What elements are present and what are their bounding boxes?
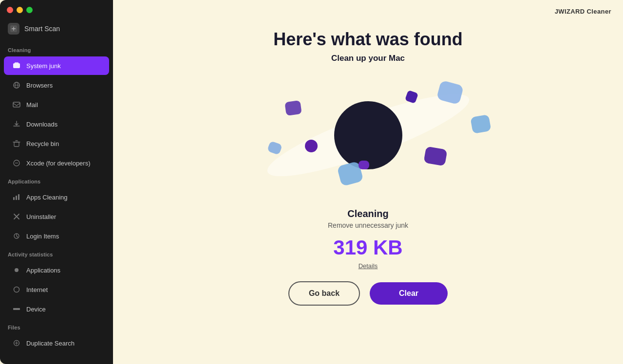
sidebar-item-uninstaller[interactable]: Uninstaller — [4, 207, 109, 226]
internet-icon — [12, 285, 21, 294]
close-button[interactable] — [7, 7, 13, 13]
apps-cleaning-icon — [12, 192, 21, 202]
duplicate-search-label: Duplicate Search — [26, 340, 75, 347]
svg-point-13 — [15, 268, 19, 272]
window-titlebar — [0, 0, 113, 18]
page-headline: Here's what was found — [273, 29, 463, 50]
sidebar-item-xcode[interactable]: Xcode (for developers) — [4, 154, 109, 172]
sidebar-item-apps-cleaning[interactable]: Apps Cleaning — [4, 188, 109, 206]
recycle-bin-icon — [12, 139, 21, 148]
planet-body — [334, 101, 402, 169]
block-8 — [267, 141, 283, 155]
section-files-label: Files — [0, 319, 113, 333]
svg-point-14 — [14, 287, 19, 292]
duplicate-search-icon — [12, 338, 21, 348]
block-3 — [470, 114, 491, 134]
svg-rect-9 — [13, 197, 15, 200]
page-subheadline: Clean up your Mac — [331, 54, 405, 63]
login-items-label: Login Items — [26, 233, 59, 240]
system-junk-icon — [12, 61, 21, 71]
section-cleaning-label: Cleaning — [0, 41, 113, 56]
xcode-label: Xcode (for developers) — [26, 160, 91, 167]
svg-rect-15 — [13, 308, 20, 310]
mail-icon — [12, 100, 21, 109]
svg-rect-10 — [16, 196, 17, 200]
recycle-bin-label: Recycle bin — [26, 140, 59, 147]
smart-scan-label: Smart Scan — [24, 25, 60, 33]
cleaning-label: Cleaning — [347, 208, 388, 219]
block-7 — [359, 161, 369, 169]
clear-button[interactable]: Clear — [370, 282, 448, 305]
action-buttons: Go back Clear — [288, 281, 448, 306]
sidebar-item-browsers[interactable]: Browsers — [4, 76, 109, 94]
cleaning-sub: Remove unnecessary junk — [328, 221, 408, 229]
details-link[interactable]: Details — [359, 262, 378, 270]
downloads-icon — [12, 119, 21, 129]
planet-illustration — [242, 72, 495, 199]
sidebar-item-applications[interactable]: Applications — [4, 261, 109, 279]
minimize-button[interactable] — [17, 7, 23, 13]
xcode-icon — [12, 158, 21, 168]
sidebar-item-system-junk[interactable]: System junk — [4, 56, 109, 75]
app-title: JWIZARD Cleaner — [555, 8, 611, 15]
uninstaller-label: Uninstaller — [26, 213, 56, 220]
downloads-label: Downloads — [26, 121, 57, 128]
maximize-button[interactable] — [26, 7, 33, 13]
sidebar-item-device[interactable]: Device — [4, 300, 109, 318]
block-4 — [423, 146, 447, 166]
sidebar-item-smart-scan[interactable]: Smart Scan — [0, 18, 113, 41]
sidebar-item-login-items[interactable]: Login Items — [4, 227, 109, 245]
sidebar: Smart Scan Cleaning System junk Browsers — [0, 0, 113, 364]
svg-rect-11 — [18, 194, 19, 200]
internet-label: Internet — [26, 286, 48, 293]
applications-icon — [12, 265, 21, 275]
browsers-label: Browsers — [26, 82, 53, 89]
block-9 — [284, 100, 302, 116]
sidebar-item-recycle-bin[interactable]: Recycle bin — [4, 134, 109, 153]
size-value: 319 KB — [333, 236, 402, 259]
sidebar-item-mail[interactable]: Mail — [4, 95, 109, 114]
sidebar-item-internet[interactable]: Internet — [4, 280, 109, 299]
svg-rect-7 — [14, 142, 19, 146]
login-items-icon — [12, 231, 21, 241]
section-activity-label: Activity statistics — [0, 246, 113, 260]
applications-label: Applications — [26, 267, 60, 274]
block-6 — [305, 140, 318, 152]
section-applications-label: Applications — [0, 173, 113, 187]
browsers-icon — [12, 80, 21, 90]
svg-rect-1 — [13, 63, 20, 68]
sidebar-item-downloads[interactable]: Downloads — [4, 115, 109, 133]
mail-label: Mail — [26, 101, 38, 109]
svg-rect-6 — [13, 102, 20, 107]
sidebar-item-duplicate-search[interactable]: Duplicate Search — [4, 334, 109, 352]
device-icon — [12, 304, 21, 314]
device-label: Device — [26, 306, 46, 313]
go-back-button[interactable]: Go back — [288, 281, 360, 306]
main-content: Here's what was found Clean up your Mac — [113, 29, 623, 306]
svg-rect-2 — [15, 62, 19, 64]
uninstaller-icon — [12, 212, 21, 221]
smart-scan-icon — [8, 23, 19, 35]
apps-cleaning-label: Apps Cleaning — [26, 194, 68, 201]
main-panel: JWIZARD Cleaner Here's what was found Cl… — [113, 0, 623, 364]
system-junk-label: System junk — [26, 62, 61, 70]
